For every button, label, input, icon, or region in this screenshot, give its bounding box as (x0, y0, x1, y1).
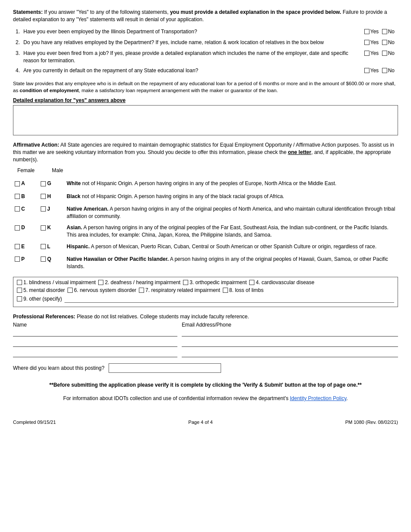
stmt-yn-2: Yes No (350, 38, 398, 48)
table-row: 1. Have you ever been employed by the Il… (13, 27, 398, 38)
yes-label-1[interactable]: Yes (364, 28, 379, 35)
ethnicity-desc-3: Asian. A person having origins in any of… (65, 222, 398, 241)
stmt-yn-3: Yes No (350, 48, 398, 66)
male-checkbox-5[interactable] (41, 256, 46, 262)
yes-label-4[interactable]: Yes (364, 67, 379, 74)
female-checkbox-5[interactable] (15, 256, 20, 262)
male-checkbox-label-4[interactable]: L (41, 243, 50, 250)
footer-completed: Completed 09/15/21 (13, 420, 56, 425)
disability-checkbox-disability-row-1-0[interactable] (17, 280, 22, 285)
male-checkbox-0[interactable] (41, 181, 46, 186)
explanation-box[interactable] (13, 105, 398, 135)
male-checkbox-label-5[interactable]: Q (41, 256, 51, 263)
female-checkbox-label-4[interactable]: E (15, 243, 25, 250)
male-checkbox-3[interactable] (41, 225, 46, 231)
disability-checkbox-disability-row-2-2[interactable] (139, 288, 144, 293)
ref-email-1[interactable] (182, 329, 398, 337)
disability-checkbox-disability-row-2-1[interactable] (67, 288, 73, 293)
ref-line-group (13, 329, 398, 357)
female-checkbox-2[interactable] (15, 206, 20, 212)
ref-name-1[interactable] (13, 329, 177, 337)
male-checkbox-label-0[interactable]: G (41, 180, 51, 187)
female-checkbox-4[interactable] (15, 244, 20, 249)
no-checkbox-2[interactable] (382, 40, 387, 45)
ethnicity-desc-2: Native American. A person having origins… (65, 203, 398, 222)
female-col-2: C (13, 203, 39, 222)
yes-checkbox-4[interactable] (364, 68, 369, 73)
disability-checkbox-disability-row-2-0[interactable] (17, 288, 22, 293)
ethnicity-row: B HBlack not of Hispanic Origin. A perso… (13, 191, 398, 203)
ref-line-3 (13, 349, 398, 357)
no-label-4[interactable]: No (382, 67, 395, 74)
disability-checkbox-disability-row-1-2[interactable] (183, 280, 188, 285)
yes-label-2[interactable]: Yes (364, 39, 379, 46)
female-checkbox-0[interactable] (15, 181, 20, 186)
stmt-num-4: 4. (13, 66, 22, 77)
disability-item-3: 3. orthopedic impairment (183, 279, 247, 285)
female-checkbox-label-1[interactable]: B (15, 193, 25, 200)
stmt-text-3: Have you ever been fired from a job? If … (22, 48, 350, 66)
affirmative-title: Affirmative Action: (13, 142, 59, 148)
refs-email-header: Email Address/Phone (182, 322, 398, 328)
refs-name-header: Name (13, 322, 177, 328)
table-row: 4. Are you currently in default on the r… (13, 66, 398, 77)
disability-checkbox-disability-row-2-3[interactable] (223, 288, 228, 293)
ref-name-2[interactable] (13, 339, 177, 347)
identity-protection-link[interactable]: Identity Protection Policy (290, 395, 347, 401)
female-col-1: B (13, 191, 39, 203)
no-label-2[interactable]: No (382, 39, 395, 46)
no-label-1[interactable]: No (382, 28, 395, 35)
ethnicity-row: C JNative American. A person having orig… (13, 203, 398, 222)
ref-line-2 (13, 339, 398, 347)
yes-checkbox-3[interactable] (364, 51, 369, 56)
male-checkbox-4[interactable] (41, 244, 46, 249)
disability-item-4: 4. cardiovascular disease (249, 279, 314, 285)
yes-label-3[interactable]: Yes (364, 50, 379, 57)
ethnicity-desc-1: Black not of Hispanic Origin. A person h… (65, 191, 398, 203)
stmt-text-4: Are you currently in default on the repa… (22, 66, 350, 77)
disability-checkbox-disability-row-1-1[interactable] (98, 280, 103, 285)
no-checkbox-1[interactable] (382, 29, 387, 34)
male-checkbox-label-1[interactable]: H (41, 193, 51, 200)
footer: Completed 09/15/21 Page 4 of 4 PM 1080 (… (13, 420, 398, 425)
no-checkbox-4[interactable] (382, 68, 387, 73)
no-checkbox-3[interactable] (382, 51, 387, 56)
male-checkbox-2[interactable] (41, 206, 46, 212)
no-label-3[interactable]: No (382, 50, 395, 57)
footer-pm: PM 1080 (Rev. 08/02/21) (345, 420, 398, 425)
female-checkbox-label-3[interactable]: D (15, 224, 25, 231)
statements-header: Statements: If you answer "Yes" to any o… (13, 9, 398, 23)
ref-email-3[interactable] (182, 349, 398, 357)
yes-checkbox-1[interactable] (364, 29, 369, 34)
disability-checkbox-9[interactable] (17, 296, 22, 301)
disability-checkbox-disability-row-1-3[interactable] (249, 280, 254, 285)
ref-email-2[interactable] (182, 339, 398, 347)
yes-checkbox-2[interactable] (364, 40, 369, 45)
male-col-3: K (39, 222, 65, 241)
female-checkbox-3[interactable] (15, 225, 20, 231)
statements-bold: you must provide a detailed explanation … (170, 9, 341, 15)
other-specify-input[interactable] (64, 295, 394, 303)
female-col-4: E (13, 241, 39, 253)
statements-intro-text: If you answer "Yes" to any of the follow… (44, 9, 170, 15)
female-checkbox-label-5[interactable]: P (15, 256, 25, 263)
male-col-5: Q (39, 253, 65, 272)
statements-table: 1. Have you ever been employed by the Il… (13, 27, 398, 77)
female-checkbox-label-0[interactable]: A (15, 180, 25, 187)
male-checkbox-label-2[interactable]: J (41, 205, 50, 213)
table-row: 2. Do you have any relatives employed by… (13, 38, 398, 48)
detailed-explanation-label: Detailed explanation for "yes" answers a… (13, 97, 398, 103)
page-content: Statements: If you answer "Yes" to any o… (13, 9, 398, 425)
male-col-2: J (39, 203, 65, 222)
male-checkbox-label-3[interactable]: K (41, 224, 51, 231)
female-checkbox-1[interactable] (15, 194, 20, 199)
stmt-num-2: 2. (13, 38, 22, 48)
where-learn-input[interactable] (109, 363, 221, 373)
disability-row-2: 5. mental disorder6. nervous system diso… (17, 287, 394, 293)
male-checkbox-1[interactable] (41, 194, 46, 199)
female-checkbox-label-2[interactable]: C (15, 205, 25, 213)
ethnicity-row: A GWhite not of Hispanic Origin. A perso… (13, 178, 398, 190)
male-col-0: G (39, 178, 65, 190)
ref-name-3[interactable] (13, 349, 177, 357)
stmt-text-1: Have you ever been employed by the Illin… (22, 27, 350, 38)
